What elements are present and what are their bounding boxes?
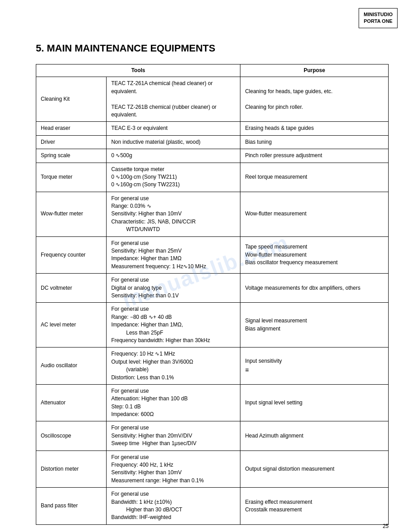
logo-area: MINISTUDIO PORTA ONE — [359, 8, 398, 28]
cell-item: Head eraser — [36, 122, 107, 135]
table-row: Torque meterCassette torque meter 0 ∿100… — [36, 163, 389, 192]
header-purpose: Purpose — [240, 64, 389, 77]
logo-line2: PORTA ONE — [364, 18, 393, 24]
table-row: AttenuatorFor general use Attenuation: H… — [36, 384, 389, 421]
cell-purpose: Reel torque measurement — [240, 163, 389, 192]
cell-purpose: Input sensitivity≡ — [240, 348, 389, 385]
cell-item: Wow-flutter meter — [36, 192, 107, 236]
table-row: DriverNon inductive material (plastic, w… — [36, 135, 389, 149]
cell-tools: For general use Range: −80 dB ∿+ 40 dB I… — [107, 303, 240, 348]
cell-purpose: Erasing heads & tape guides — [240, 122, 389, 135]
cell-item: Spring scale — [36, 149, 107, 163]
maintenance-table: Tools Purpose Cleaning KitTEAC TZ-261A c… — [36, 64, 389, 525]
header-tools: Tools — [36, 64, 240, 77]
table-row: Wow-flutter meterFor general use Range: … — [36, 192, 389, 236]
cell-purpose: Cleaning for heads, tape guides, etc. Cl… — [240, 77, 389, 122]
cell-item: Frequency counter — [36, 236, 107, 274]
cell-tools: Non inductive material (plastic, wood) — [107, 135, 240, 149]
cell-tools: For general use Frequency: 400 Hz, 1 kHz… — [107, 450, 240, 488]
cell-tools: For general use Attenuation: Higher than… — [107, 384, 240, 421]
cell-tools: Frequency: 10 Hz ∿1 MHz Output level: Hi… — [107, 348, 240, 385]
table-row: Frequency counterFor general use Sensiti… — [36, 236, 389, 274]
table-row: Cleaning KitTEAC TZ-261A chemical (head … — [36, 77, 389, 122]
cell-tools: Cassette torque meter 0 ∿100g·cm (Sony T… — [107, 163, 240, 192]
table-row: Distortion meterFor general use Frequenc… — [36, 450, 389, 488]
cell-purpose: Wow-flutter measurement — [240, 192, 389, 236]
cell-tools: TEAC TZ-261A chemical (head cleaner) or … — [107, 77, 240, 122]
cell-item: DC voltmeter — [36, 274, 107, 303]
cell-item: Distortion meter — [36, 450, 107, 488]
cell-item: Audio oscillator — [36, 348, 107, 385]
cell-item: Cleaning Kit — [36, 77, 107, 122]
page-number: 25 — [383, 523, 389, 529]
table-row: Audio oscillatorFrequency: 10 Hz ∿1 MHz … — [36, 348, 389, 385]
page-container: MINISTUDIO PORTA ONE 5. MAIN MAINTENANCE… — [0, 0, 411, 532]
cell-item: Attenuator — [36, 384, 107, 421]
cell-purpose: Tape speed measurement Wow-flutter measu… — [240, 236, 389, 274]
cell-tools: For general use Sensitivity: Higher than… — [107, 236, 240, 274]
table-row: Spring scale0 ∿500gPinch roller pressure… — [36, 149, 389, 163]
table-row: DC voltmeterFor general use Digital or a… — [36, 274, 389, 303]
cell-purpose: Signal level measurement Bias alignment — [240, 303, 389, 348]
table-row: Head eraserTEAC E-3 or equivalentErasing… — [36, 122, 389, 135]
cell-purpose: Input signal level setting — [240, 384, 389, 421]
cell-purpose: Output signal distortion measurement — [240, 450, 389, 488]
cell-tools: TEAC E-3 or equivalent — [107, 122, 240, 135]
logo-line1: MINISTUDIO — [364, 12, 393, 17]
cell-purpose: Voltage measurements for dbx amplifiers,… — [240, 274, 389, 303]
cell-tools: For general use Bandwidth: 1 kHz (±10%) … — [107, 488, 240, 525]
table-row: AC level meterFor general use Range: −80… — [36, 303, 389, 348]
cell-item: Band pass filter — [36, 488, 107, 525]
cell-item: AC level meter — [36, 303, 107, 348]
cell-tools: For general use Sensitivity: Higher than… — [107, 421, 240, 450]
page-title: 5. MAIN MAINTENANCE EQUIPMENTS — [36, 43, 389, 54]
cell-item: Torque meter — [36, 163, 107, 192]
cell-purpose: Erasing effect measurement Crosstalk mea… — [240, 488, 389, 525]
cell-purpose: Pinch roller pressure adjustment — [240, 149, 389, 163]
cell-tools: 0 ∿500g — [107, 149, 240, 163]
cell-item: Oscilloscope — [36, 421, 107, 450]
table-row: OscilloscopeFor general use Sensitivity:… — [36, 421, 389, 450]
cell-purpose: Bias tuning — [240, 135, 389, 149]
cell-tools: For general use Digital or analog type S… — [107, 274, 240, 303]
cell-item: Driver — [36, 135, 107, 149]
cell-purpose: Head Azimuth alignment — [240, 421, 389, 450]
cell-tools: For general use Range: 0.03% ∿ Sensitivi… — [107, 192, 240, 236]
table-row: Band pass filterFor general use Bandwidt… — [36, 488, 389, 525]
